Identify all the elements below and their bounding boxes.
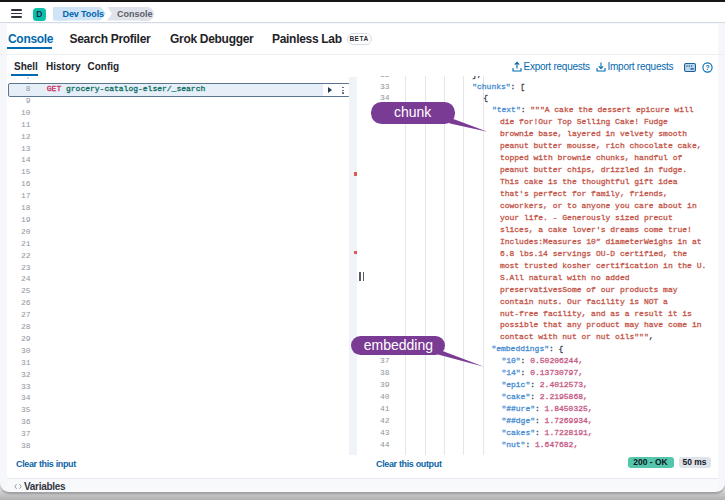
svg-text:?: ? <box>705 63 709 70</box>
